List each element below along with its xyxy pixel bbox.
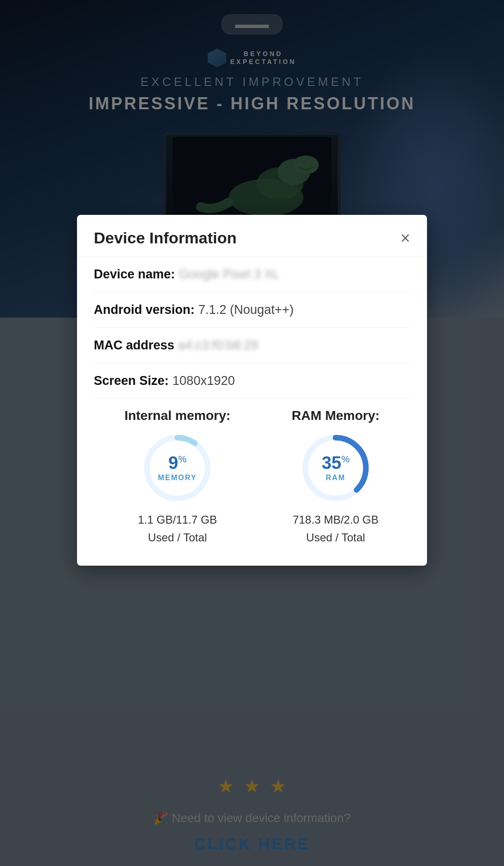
ram-memory-title: RAM Memory: bbox=[292, 408, 379, 423]
ram-memory-block: RAM Memory: 35% RAM bbox=[292, 408, 379, 547]
mac-address-row: MAC address a4:c3:f0:b8:29 bbox=[94, 328, 410, 363]
dialog-body: Device name: Google Pixel 3 XL Android v… bbox=[77, 257, 427, 566]
internal-memory-block: Internal memory: 9% MEMORY bbox=[125, 408, 231, 547]
internal-memory-text: 9% MEMORY bbox=[158, 454, 197, 482]
internal-percent: 9% bbox=[158, 454, 197, 472]
internal-memory-circle: 9% MEMORY bbox=[140, 431, 215, 505]
dialog-title: Device Information bbox=[94, 229, 237, 247]
ram-circle-label: RAM bbox=[322, 474, 350, 482]
internal-stats-line2: Used / Total bbox=[138, 529, 217, 547]
memory-section: Internal memory: 9% MEMORY bbox=[94, 399, 410, 552]
android-version-value: 7.1.2 (Nougat++) bbox=[198, 303, 294, 317]
screen-size-label: Screen Size: bbox=[94, 374, 169, 388]
ram-memory-circle: 35% RAM bbox=[298, 431, 373, 505]
device-name-row: Device name: Google Pixel 3 XL bbox=[94, 257, 410, 292]
device-name-label: Device name: bbox=[94, 267, 175, 282]
device-name-value: Google Pixel 3 XL bbox=[179, 267, 280, 282]
mac-address-label: MAC address bbox=[94, 338, 175, 353]
dialog-header: Device Information × bbox=[77, 215, 427, 257]
ram-stats-line2: Used / Total bbox=[293, 529, 378, 547]
ram-percent: 35% bbox=[322, 454, 350, 472]
internal-memory-stats: 1.1 GB/11.7 GB Used / Total bbox=[138, 511, 217, 547]
ram-memory-stats: 718.3 MB/2.0 GB Used / Total bbox=[293, 511, 378, 547]
dialog-backdrop: Device Information × Device name: Google… bbox=[0, 0, 504, 866]
screen-size-row: Screen Size: 1080x1920 bbox=[94, 363, 410, 399]
android-version-label: Android version: bbox=[94, 303, 195, 317]
dialog-close-button[interactable]: × bbox=[400, 230, 410, 247]
screen-size-value: 1080x1920 bbox=[173, 374, 235, 388]
mac-address-value: a4:c3:f0:b8:29 bbox=[178, 338, 258, 353]
internal-stats-line1: 1.1 GB/11.7 GB bbox=[138, 511, 217, 529]
internal-circle-label: MEMORY bbox=[158, 474, 197, 482]
android-version-row: Android version: 7.1.2 (Nougat++) bbox=[94, 292, 410, 328]
ram-stats-line1: 718.3 MB/2.0 GB bbox=[293, 511, 378, 529]
device-info-dialog: Device Information × Device name: Google… bbox=[77, 215, 427, 566]
ram-memory-text: 35% RAM bbox=[322, 454, 350, 482]
internal-memory-title: Internal memory: bbox=[125, 408, 231, 423]
